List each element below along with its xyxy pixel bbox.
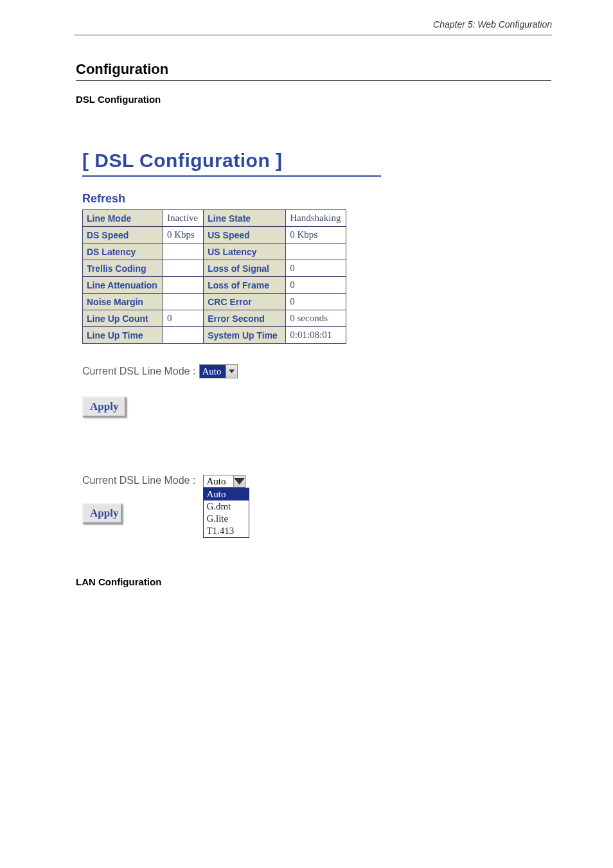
loss-of-frame-value: 0 bbox=[286, 277, 346, 294]
ds-latency-label: DS Latency bbox=[83, 244, 163, 260]
system-up-time-value: 0:01:08:01 bbox=[286, 327, 346, 344]
dropdown-option-gdmt[interactable]: G.dmt bbox=[204, 500, 249, 513]
dropdown-option-glite[interactable]: G.lite bbox=[204, 513, 249, 525]
us-latency-value bbox=[286, 244, 346, 260]
table-row: Trellis Coding Loss of Signal 0 bbox=[83, 260, 346, 277]
line-mode-label: Line Mode bbox=[83, 210, 163, 227]
line-mode-select[interactable]: Auto bbox=[199, 364, 238, 378]
line-up-count-value: 0 bbox=[163, 310, 203, 327]
dsl-config-panel: [ DSL Configuration ] Refresh Line Mode … bbox=[82, 150, 613, 538]
table-row: Noise Margin CRC Error 0 bbox=[83, 294, 346, 310]
line-up-count-label: Line Up Count bbox=[83, 310, 163, 327]
table-row: DS Latency US Latency bbox=[83, 244, 346, 260]
chevron-down-icon bbox=[226, 365, 237, 378]
table-row: Line Up Count 0 Error Second 0 seconds bbox=[83, 310, 346, 327]
section-title: Configuration bbox=[76, 61, 613, 78]
section-divider bbox=[76, 80, 551, 81]
table-row: Line Mode Inactive Line State Handshakin… bbox=[83, 210, 346, 227]
line-mode-select-open[interactable]: Auto bbox=[203, 475, 245, 488]
crc-error-label: CRC Error bbox=[204, 294, 286, 310]
trellis-coding-value bbox=[163, 260, 203, 277]
line-attenuation-value bbox=[163, 277, 203, 294]
line-state-value: Handshaking bbox=[286, 210, 346, 227]
table-row: DS Speed 0 Kbps US Speed 0 Kbps bbox=[83, 227, 346, 244]
noise-margin-label: Noise Margin bbox=[83, 294, 163, 310]
loss-of-signal-label: Loss of Signal bbox=[204, 260, 286, 277]
line-mode-caption-2: Current DSL Line Mode : bbox=[82, 475, 195, 486]
panel-title: [ DSL Configuration ] bbox=[82, 150, 613, 172]
apply-button[interactable]: Apply bbox=[82, 396, 126, 417]
ds-latency-value bbox=[163, 244, 203, 260]
loss-of-frame-label: Loss of Frame bbox=[204, 277, 286, 294]
line-state-label: Line State bbox=[204, 210, 286, 227]
table-row: Line Up Time System Up Time 0:01:08:01 bbox=[83, 327, 346, 344]
table-row: Line Attenuation Loss of Frame 0 bbox=[83, 277, 346, 294]
ds-speed-value: 0 Kbps bbox=[163, 227, 203, 244]
trellis-coding-label: Trellis Coding bbox=[83, 260, 163, 277]
line-up-time-label: Line Up Time bbox=[83, 327, 163, 344]
dsl-status-table: Line Mode Inactive Line State Handshakin… bbox=[82, 209, 346, 344]
dropdown-option-auto[interactable]: Auto bbox=[204, 488, 249, 500]
error-second-label: Error Second bbox=[204, 310, 286, 327]
line-mode-select-value: Auto bbox=[200, 365, 226, 378]
apply-button-2[interactable]: Apply bbox=[82, 503, 122, 524]
noise-margin-value bbox=[163, 294, 203, 310]
us-latency-label: US Latency bbox=[204, 244, 286, 260]
dropdown-option-t1413[interactable]: T1.413 bbox=[204, 525, 249, 537]
crc-error-value: 0 bbox=[286, 294, 346, 310]
line-attenuation-label: Line Attenuation bbox=[83, 277, 163, 294]
us-speed-label: US Speed bbox=[204, 227, 286, 244]
lan-config-heading: LAN Configuration bbox=[76, 576, 613, 587]
ds-speed-label: DS Speed bbox=[83, 227, 163, 244]
line-mode-open-block: Current DSL Line Mode : Apply Auto Auto … bbox=[82, 475, 613, 538]
chevron-down-icon bbox=[233, 475, 245, 487]
line-up-time-value bbox=[163, 327, 203, 344]
system-up-time-label: System Up Time bbox=[204, 327, 286, 344]
line-mode-caption: Current DSL Line Mode : bbox=[82, 366, 195, 377]
us-speed-value: 0 Kbps bbox=[286, 227, 346, 244]
page-content: Configuration DSL Configuration [ DSL Co… bbox=[0, 35, 613, 587]
refresh-link[interactable]: Refresh bbox=[82, 192, 613, 206]
panel-divider bbox=[82, 175, 381, 177]
chapter-header: Chapter 5: Web Configuration bbox=[0, 0, 613, 35]
dsl-config-heading: DSL Configuration bbox=[76, 94, 613, 105]
error-second-value: 0 seconds bbox=[286, 310, 346, 327]
line-mode-dropdown-list[interactable]: Auto G.dmt G.lite T1.413 bbox=[203, 488, 249, 538]
line-mode-select-open-value: Auto bbox=[204, 475, 233, 487]
line-mode-value: Inactive bbox=[163, 210, 203, 227]
line-mode-row: Current DSL Line Mode : Auto bbox=[82, 364, 613, 378]
loss-of-signal-value: 0 bbox=[286, 260, 346, 277]
